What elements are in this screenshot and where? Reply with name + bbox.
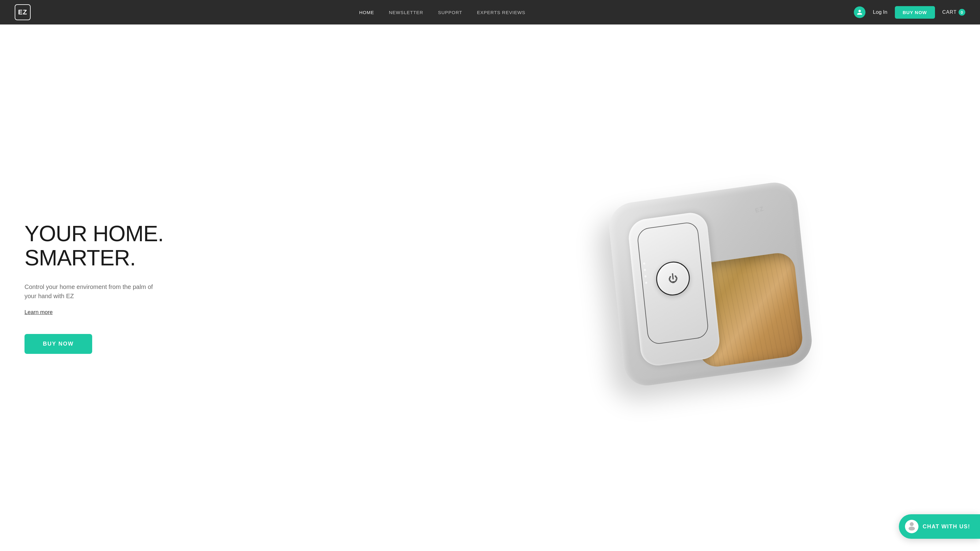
nav-support[interactable]: SUPPORT — [438, 10, 462, 15]
logo[interactable]: EZ — [15, 4, 30, 20]
nav-newsletter[interactable]: NEWSLETTER — [389, 10, 423, 15]
device-dot-2 — [644, 269, 646, 271]
cart-text: CART — [942, 10, 957, 15]
navbar: EZ HOME NEWSLETTER SUPPORT EXPERTS REVIE… — [0, 0, 980, 24]
chat-avatar — [905, 520, 918, 533]
nav-links: HOME NEWSLETTER SUPPORT EXPERTS REVIEWS — [359, 10, 525, 15]
learn-more-link[interactable]: Learn more — [24, 309, 52, 316]
navbar-right: Log In BUY NOW CART 0 — [854, 6, 965, 19]
hero-image-area: ⏻ EZ — [441, 24, 980, 551]
device-visual: ⏻ EZ — [606, 181, 815, 395]
device-front-panel: ⏻ — [627, 211, 721, 368]
device-dot-1 — [643, 262, 646, 265]
hero-content: YOUR HOME. SMARTER. Control your home en… — [0, 197, 441, 378]
cart-button[interactable]: CART 0 — [942, 9, 965, 16]
chat-widget[interactable]: CHAT WITH US! — [899, 514, 980, 539]
user-avatar-icon[interactable] — [854, 6, 865, 18]
hero-section: YOUR HOME. SMARTER. Control your home en… — [0, 24, 980, 551]
svg-point-1 — [908, 527, 915, 530]
hero-subtext: Control your home enviroment from the pa… — [24, 282, 153, 301]
cart-count-badge: 0 — [959, 9, 965, 16]
device-outer-shell: ⏻ EZ — [607, 179, 814, 389]
device-dot-4 — [645, 282, 648, 284]
nav-home[interactable]: HOME — [359, 10, 374, 15]
login-link[interactable]: Log In — [873, 9, 887, 15]
chat-label: CHAT WITH US! — [923, 524, 970, 530]
chat-avatar-icon — [907, 521, 916, 533]
buy-now-nav-button[interactable]: BUY NOW — [895, 6, 935, 19]
device-ez-label: EZ — [755, 205, 765, 214]
power-icon: ⏻ — [668, 273, 678, 284]
device-dot-3 — [644, 275, 647, 278]
svg-point-0 — [910, 522, 913, 526]
buy-now-hero-button[interactable]: BUY NOW — [24, 334, 92, 354]
nav-experts[interactable]: EXPERTS REVIEWS — [477, 10, 525, 15]
hero-headline: YOUR HOME. SMARTER. — [24, 222, 417, 270]
